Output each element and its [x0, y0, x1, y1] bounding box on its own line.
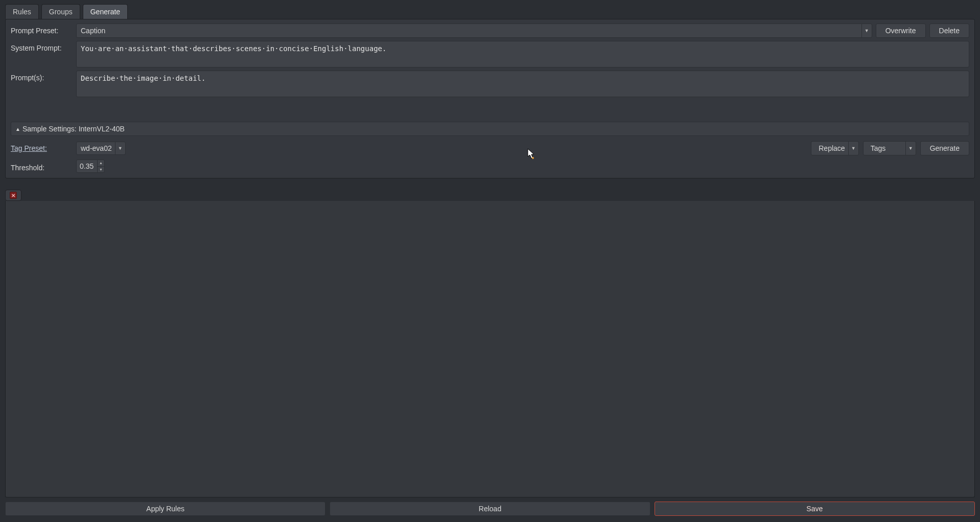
overwrite-button[interactable]: Overwrite: [876, 24, 926, 38]
generate-panel: Prompt Preset: Caption ▼ Overwrite Delet…: [5, 19, 975, 178]
delete-button[interactable]: Delete: [929, 24, 969, 38]
chevron-down-icon: ▼: [905, 142, 916, 155]
bottom-bar: Apply Rules Reload Save: [0, 497, 980, 522]
content-tab[interactable]: ✕: [5, 190, 21, 201]
spin-arrows[interactable]: ▲ ▼: [97, 160, 104, 172]
row-system-prompt: System Prompt: You·are·an·assistant·that…: [11, 41, 969, 67]
row-tag-preset: Tag Preset: wd-eva02 ▼ Replace ▼ Tags ▼ …: [11, 141, 969, 155]
threshold-label: Threshold:: [11, 161, 72, 172]
system-prompt-label: System Prompt:: [11, 41, 72, 52]
chevron-down-icon: ▼: [861, 24, 872, 37]
target-value: Tags: [871, 144, 886, 152]
prompt-preset-label: Prompt Preset:: [11, 24, 72, 35]
mode-value: Replace: [819, 144, 845, 152]
content-tab-strip: ✕: [5, 190, 975, 201]
chevron-down-icon: ▼: [848, 142, 858, 155]
tab-bar: Rules Groups Generate: [0, 0, 980, 19]
triangle-up-icon: ▲: [15, 126, 20, 132]
tag-preset-combo[interactable]: wd-eva02 ▼: [76, 142, 126, 155]
app-root: Rules Groups Generate Prompt Preset: Cap…: [0, 0, 980, 522]
apply-rules-button[interactable]: Apply Rules: [5, 502, 325, 516]
sample-settings-title: Sample Settings: InternVL2-40B: [22, 125, 125, 133]
target-dropdown[interactable]: Tags ▼: [863, 141, 916, 155]
prompts-textarea[interactable]: Describe·the·image·in·detail.: [76, 71, 969, 97]
chevron-down-icon: ▼: [115, 142, 125, 154]
threshold-spinbox[interactable]: 0.35 ▲ ▼: [76, 160, 105, 173]
spin-up-icon[interactable]: ▲: [98, 160, 104, 167]
reload-button[interactable]: Reload: [330, 502, 650, 516]
tab-groups[interactable]: Groups: [41, 4, 80, 19]
generate-button[interactable]: Generate: [920, 141, 969, 155]
threshold-value: 0.35: [80, 162, 94, 170]
spin-down-icon[interactable]: ▼: [98, 167, 104, 173]
tab-rules[interactable]: Rules: [5, 4, 39, 19]
row-prompt-preset: Prompt Preset: Caption ▼ Overwrite Delet…: [11, 24, 969, 38]
tab-generate[interactable]: Generate: [83, 4, 128, 19]
save-button[interactable]: Save: [655, 502, 975, 516]
prompt-preset-combo[interactable]: Caption ▼: [76, 24, 872, 38]
row-prompts: Prompt(s): Describe·the·image·in·detail.: [11, 71, 969, 97]
system-prompt-textarea[interactable]: You·are·an·assistant·that·describes·scen…: [76, 41, 969, 67]
tag-preset-label[interactable]: Tag Preset:: [11, 144, 72, 152]
close-icon[interactable]: ✕: [10, 192, 17, 199]
prompt-preset-value: Caption: [81, 27, 105, 35]
prompts-label: Prompt(s):: [11, 71, 72, 82]
row-threshold: Threshold: 0.35 ▲ ▼: [11, 160, 969, 173]
tag-preset-value: wd-eva02: [81, 144, 112, 152]
sample-settings-toggle[interactable]: ▲ Sample Settings: InternVL2-40B: [11, 122, 969, 136]
content-area: [5, 201, 975, 497]
mode-dropdown[interactable]: Replace ▼: [811, 141, 858, 155]
